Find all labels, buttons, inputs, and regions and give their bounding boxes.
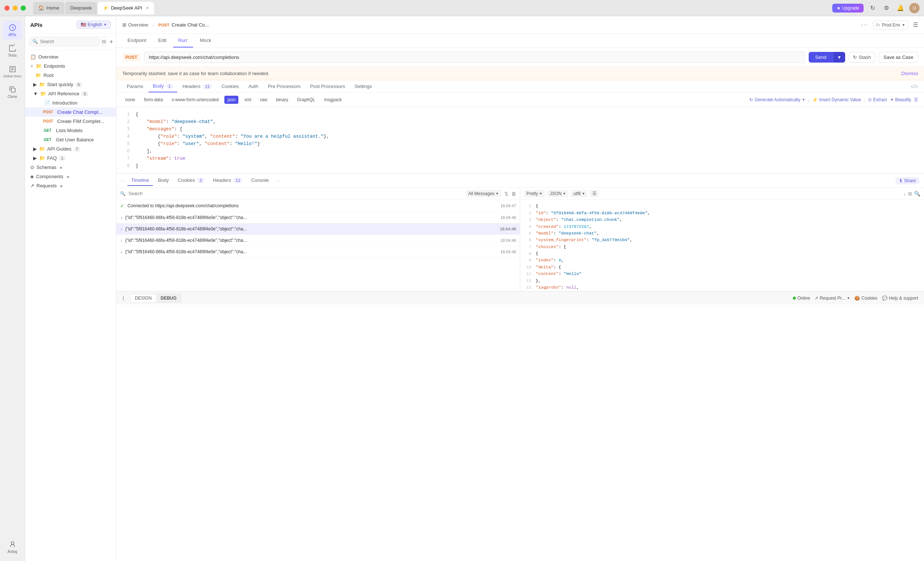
tab-endpoint[interactable]: Endpoint	[122, 34, 152, 48]
tab-deepseek[interactable]: Deepseek	[65, 2, 97, 14]
tree-item-api-guides[interactable]: ▶ 📁 API Guides 7	[25, 144, 116, 154]
tree-item-introduction[interactable]: 📄 Introduction	[25, 98, 116, 108]
more-button[interactable]: ···	[861, 22, 868, 28]
pretty-select[interactable]: Pretty ▼	[524, 190, 545, 197]
extract-button[interactable]: ⊙ Extract	[868, 97, 887, 102]
url-input[interactable]	[144, 52, 805, 63]
timeline-entry-data-3[interactable]: ↓ {"id":"5f916460-86fa-4f56-818b-ec47489…	[116, 235, 520, 246]
help-support-button[interactable]: 💬 Help & support	[882, 296, 918, 301]
tree-item-list-models[interactable]: GET Lists Models	[25, 126, 116, 135]
download-button[interactable]: ↓	[903, 191, 906, 197]
close-button[interactable]	[4, 6, 10, 10]
tab-params[interactable]: Params	[122, 81, 148, 92]
tree-item-overview[interactable]: 📋 Overview	[25, 52, 116, 61]
timeline-entry-data-2[interactable]: ↓ {"id":"5f916460-86fa-4f56-818b-ec47489…	[116, 223, 520, 235]
sidebar-item-online-docs[interactable]: Online Docs	[3, 62, 22, 81]
insert-dynamic-button[interactable]: ⚡ Insert Dynamic Value	[812, 97, 861, 102]
res-tab-headers[interactable]: Headers 11	[209, 175, 246, 186]
json-format-select[interactable]: JSON ▼	[547, 190, 568, 197]
utf8-select[interactable]: utf8 ▼	[571, 190, 588, 197]
format-json[interactable]: json	[224, 96, 238, 104]
delete-timeline-button[interactable]: 🗑	[512, 191, 516, 197]
tab-home[interactable]: 🏠 Home	[33, 2, 64, 14]
stash-button[interactable]: ↻ Stash	[849, 52, 875, 63]
filter-timeline-button[interactable]: ⇅	[504, 191, 508, 197]
tree-item-api-reference[interactable]: ▼ 📁 API Reference 5	[25, 89, 116, 98]
debug-toggle[interactable]: DEBUG	[156, 294, 181, 302]
more-res-tabs[interactable]: ···	[274, 176, 282, 186]
tree-item-faq[interactable]: ▶ 📁 FAQ 1	[25, 154, 116, 163]
res-tab-cookies[interactable]: Cookies 2	[174, 175, 208, 186]
notifications-button[interactable]: 🔔	[895, 3, 906, 13]
format-none[interactable]: none	[122, 96, 138, 104]
tree-item-user-balance[interactable]: GET Get User Balance	[25, 135, 116, 144]
res-tab-console[interactable]: Console	[248, 175, 273, 186]
prod-env-selector[interactable]: Pr Prod Env ▼	[873, 21, 909, 30]
refresh-button[interactable]: ↻	[867, 3, 878, 13]
filter-button[interactable]: ⊟	[102, 36, 106, 47]
search-json-button[interactable]: 🔍	[914, 191, 920, 197]
sidebar-item-apis[interactable]: APIs	[3, 21, 22, 40]
search-input[interactable]	[30, 37, 99, 46]
tree-item-start-quickly[interactable]: ▶ 📁 Start quickly 6	[25, 80, 116, 89]
tree-item-create-fim[interactable]: POST Create FIM Complet...	[25, 117, 116, 126]
tree-item-create-chat[interactable]: POST Create Chat Compl...	[25, 108, 116, 117]
upgrade-button[interactable]: ★ Upgrade	[832, 4, 864, 12]
share-button[interactable]: ⬆ Share	[895, 177, 920, 184]
format-urlencoded[interactable]: x-www-form-urlencoded	[169, 96, 221, 104]
send-button[interactable]: Send	[808, 52, 833, 63]
tree-item-schemas[interactable]: ⊙ Schemas ▶	[25, 163, 116, 172]
tab-deepseek-api[interactable]: ⚡ DeepSeek API ✕	[98, 2, 154, 14]
format-binary[interactable]: binary	[273, 96, 291, 104]
avatar[interactable]: U	[909, 3, 920, 13]
dismiss-button[interactable]: Dismiss	[902, 71, 918, 76]
layout-button[interactable]: ☰	[913, 21, 918, 28]
sidebar-item-tests[interactable]: Tests	[3, 41, 22, 60]
sidebar-item-clone[interactable]: Clone	[3, 82, 22, 102]
code-editor[interactable]: 1{ 2 "model": "deepseek-chat", 3 "messag…	[116, 107, 924, 174]
add-button[interactable]: ＋	[108, 36, 114, 47]
collapse-icon[interactable]: ···	[121, 178, 124, 183]
format-form-data[interactable]: form-data	[141, 96, 166, 104]
tab-mock[interactable]: Mock	[195, 34, 216, 48]
timeline-entry-connected[interactable]: ✓ Connected to https://api.deepseek.com/…	[116, 200, 520, 212]
code-toggle[interactable]: </>	[911, 84, 918, 90]
settings-button[interactable]: ⚙	[881, 3, 892, 13]
list-view-button[interactable]: ☰	[590, 190, 599, 197]
tab-pre-processors[interactable]: Pre Processors	[263, 81, 305, 92]
res-tab-body[interactable]: Body	[154, 175, 173, 186]
design-toggle[interactable]: DESIGN	[130, 294, 156, 302]
online-status[interactable]: Online	[793, 296, 810, 301]
cookies-bottom-button[interactable]: 🍪 Cookies	[854, 296, 877, 301]
tree-item-components[interactable]: ◈ Components ▶	[25, 172, 116, 181]
send-arrow-button[interactable]: ▼	[833, 52, 845, 63]
tab-headers[interactable]: Headers 11	[178, 81, 216, 92]
tree-item-root[interactable]: 📁 Root	[25, 71, 116, 80]
tab-post-processors[interactable]: Post Processors	[306, 81, 350, 92]
all-messages-dropdown[interactable]: All Messages ▼	[466, 190, 501, 197]
more-format-button[interactable]: ☰	[914, 97, 918, 102]
tab-body[interactable]: Body 1	[148, 80, 177, 93]
minimize-button[interactable]	[12, 6, 18, 10]
format-msgpack[interactable]: msgpack	[321, 96, 345, 104]
tab-edit[interactable]: Edit	[153, 34, 171, 48]
timeline-search-input[interactable]	[129, 191, 463, 196]
tab-cookies[interactable]: Cookies	[217, 81, 243, 92]
close-tab-icon[interactable]: ✕	[146, 6, 149, 10]
sidebar-item-ardog[interactable]: Ardog	[3, 537, 22, 557]
request-pr-button[interactable]: ↗ Request Pr... ▼	[814, 296, 850, 301]
format-raw[interactable]: raw	[257, 96, 270, 104]
copy-button[interactable]: ⧉	[908, 191, 912, 197]
save-case-button[interactable]: Save as Case	[879, 52, 918, 63]
tab-settings[interactable]: Settings	[350, 81, 376, 92]
maximize-button[interactable]	[21, 6, 26, 10]
overview-link[interactable]: ⊞ Overview	[122, 22, 148, 28]
tab-run[interactable]: Run•	[173, 34, 194, 48]
format-graphql[interactable]: GraphQL	[294, 96, 318, 104]
collapse-left-button[interactable]: ⟨	[122, 295, 124, 301]
language-selector[interactable]: 🇺🇸 English ▼	[76, 21, 111, 29]
tree-item-requests[interactable]: ↗ Requests ▶	[25, 181, 116, 190]
res-tab-timeline[interactable]: Timeline	[128, 175, 153, 186]
timeline-entry-data-4[interactable]: ↓ {"id":"5f916460-86fa-4f56-818b-ec47489…	[116, 246, 520, 258]
timeline-entry-data-1[interactable]: ↓ {"id":"5f916460-86fa-4f56-818b-ec47489…	[116, 212, 520, 223]
